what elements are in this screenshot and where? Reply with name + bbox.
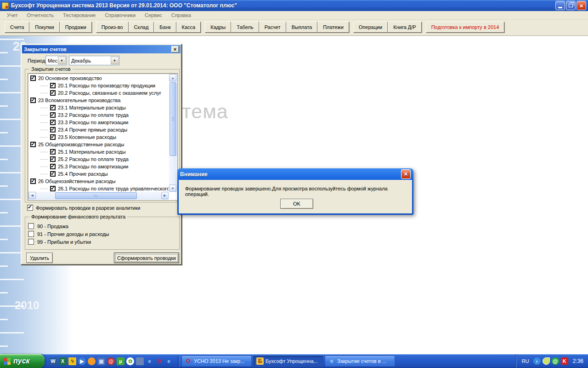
tree-checkbox-25-2[interactable] xyxy=(50,156,56,162)
language-indicator[interactable]: RU xyxy=(522,358,529,364)
tree-item-23-2[interactable]: 23.2 Расходы по оплате труда xyxy=(29,111,169,119)
tree-checkbox-26-1[interactable] xyxy=(50,186,56,191)
toolbar-button-bank[interactable]: Банк xyxy=(154,22,176,33)
tree-item-23-1[interactable]: 23.1 Материальные расходы xyxy=(29,104,169,111)
tree-checkbox-25[interactable] xyxy=(30,142,36,147)
menu-item-uchet[interactable]: Учет xyxy=(3,12,22,19)
tree-item-20[interactable]: 20 Основное производство xyxy=(29,75,169,82)
toolbar-button-kassa[interactable]: Касса xyxy=(176,22,201,33)
menu-item-spravochniki[interactable]: Справочники xyxy=(101,12,140,19)
toolbar-button-operacii[interactable]: Операции xyxy=(353,22,388,33)
toolbar-button-import-2014[interactable]: Подготовка к импорту в 2014 xyxy=(426,22,505,33)
tree-item-23-4[interactable]: 23.4 Прочие прямые расходы xyxy=(29,126,169,133)
media-player-icon[interactable]: ▶ xyxy=(78,357,86,365)
period-type-combo[interactable]: Мес ▼ xyxy=(45,56,67,65)
tree-item-20-1[interactable]: 20.1 Расходы по производству продукции xyxy=(29,82,169,89)
toolbar-button-vyplata[interactable]: Выплата xyxy=(286,22,318,33)
agent-ball-icon[interactable] xyxy=(88,357,96,365)
tree-item-26-1[interactable]: 26.1 Расходы по оплате труда управленчес… xyxy=(29,185,169,192)
show-desktop-icon[interactable] xyxy=(136,357,144,365)
mailru-icon[interactable]: @ xyxy=(107,357,115,365)
delete-button[interactable]: Удалить xyxy=(26,253,53,263)
menu-item-otchetnost[interactable]: Отчетность xyxy=(23,12,58,19)
display-icon[interactable]: ▣ xyxy=(97,357,105,365)
scroll-left-icon[interactable]: ◀ xyxy=(28,192,36,199)
leaf-icon[interactable] xyxy=(543,357,550,365)
tree-checkbox-20-1[interactable] xyxy=(50,83,56,88)
tree-checkbox-23[interactable] xyxy=(30,98,36,103)
tree-item-23-5[interactable]: 23.5 Косвенные расходы xyxy=(29,133,169,141)
analytics-checkbox[interactable] xyxy=(27,205,33,211)
combo-arrow-icon[interactable]: ▼ xyxy=(58,57,66,64)
toolbar-button-tabel[interactable]: Табель xyxy=(231,22,259,33)
menu-item-spravka[interactable]: Справка xyxy=(167,12,195,19)
toolbar-button-kniga-dr[interactable]: Книга Д/Р xyxy=(388,22,421,33)
task-buhsoft[interactable]: ББухсофт Упрощенна... xyxy=(253,356,323,367)
clock[interactable]: 2:36 xyxy=(573,358,583,364)
close-button[interactable]: × xyxy=(577,1,586,10)
tree-item-25-3[interactable]: 25.3 Расходы по амортизации xyxy=(29,163,169,170)
tree-horizontal-scrollbar[interactable]: ◀ ▶ xyxy=(28,192,169,200)
hscroll-thumb[interactable] xyxy=(55,192,137,199)
dialog-close-button[interactable]: × xyxy=(171,46,179,52)
month-combo[interactable]: Декабрь ▼ xyxy=(69,56,119,65)
vscroll-thumb[interactable] xyxy=(170,82,176,156)
tree-item-23-3[interactable]: 23.3 Расходы по амортизации xyxy=(29,119,169,126)
tree-checkbox-20[interactable] xyxy=(30,75,36,81)
toolbar-button-kadry[interactable]: Кадры xyxy=(205,22,231,33)
ie2-icon[interactable]: e xyxy=(165,357,173,365)
toolbar-button-scheta[interactable]: Счета xyxy=(5,22,29,33)
combo-arrow-icon[interactable]: ▼ xyxy=(111,57,119,64)
finresult-checkbox-91[interactable] xyxy=(28,231,34,237)
tree-item-20-2[interactable]: 20.2 Расходы, связанные с оказанием услу… xyxy=(29,89,169,97)
finresult-checkbox-90[interactable] xyxy=(28,223,34,229)
utorrent-icon[interactable]: µ xyxy=(117,357,124,365)
task-closing-accounts[interactable]: eЗакрытие счетов в ... xyxy=(325,356,395,367)
tree-checkbox-23-3[interactable] xyxy=(50,120,56,125)
tree-checkbox-23-1[interactable] xyxy=(50,105,56,110)
winamp-icon[interactable]: ϟ xyxy=(68,357,76,365)
tree-checkbox-23-2[interactable] xyxy=(50,112,56,118)
restore-button[interactable] xyxy=(566,1,576,10)
tree-checkbox-25-3[interactable] xyxy=(50,164,56,169)
ie-icon[interactable]: e xyxy=(146,357,153,365)
finresult-item-91[interactable]: 91 - Прочие доходы и расходы xyxy=(28,231,109,237)
toolbar-button-raschet[interactable]: Расчет xyxy=(259,22,286,33)
opera-icon[interactable]: O xyxy=(155,357,163,365)
mail-agent-icon[interactable]: @ xyxy=(552,357,559,365)
tree-vertical-scrollbar[interactable]: ▲ ▼ xyxy=(169,74,177,192)
analytics-checkbox-row[interactable]: Формировать проводки в разрезе аналитики xyxy=(27,205,140,211)
menu-item-testirovanie[interactable]: Тестирование xyxy=(59,12,100,19)
tree-item-26[interactable]: 26 Общехозяйственные расходы xyxy=(29,178,169,185)
finresult-checkbox-99[interactable] xyxy=(28,239,34,245)
scroll-down-icon[interactable]: ▼ xyxy=(169,184,176,192)
minimize-button[interactable] xyxy=(555,1,565,10)
hide-icons-chevron[interactable]: ‹ xyxy=(533,357,541,365)
tree-checkbox-20-2[interactable] xyxy=(50,90,56,96)
toolbar-button-prodazhi[interactable]: Продажи xyxy=(60,22,92,33)
start-button[interactable]: пуск xyxy=(0,354,45,368)
tree-item-25[interactable]: 25 Общепроизводственные расходы xyxy=(29,141,169,148)
tree-item-25-1[interactable]: 25.1 Материальные расходы xyxy=(29,148,169,155)
excel-icon[interactable]: X xyxy=(59,357,67,365)
task-usno-2013[interactable]: OУСНО 2013 Не закр... xyxy=(181,356,252,367)
form-postings-button[interactable]: Сформировать проводки xyxy=(114,253,179,263)
toolbar-button-proizvodstvo[interactable]: Произ-во xyxy=(96,22,129,33)
kaspersky-icon[interactable]: K xyxy=(561,357,568,365)
finresult-item-99[interactable]: 99 - Прибыли и убытки xyxy=(28,239,91,245)
toolbar-button-sklad[interactable]: Склад xyxy=(129,22,154,33)
toolbar-button-pokupki[interactable]: Покупки xyxy=(29,22,59,33)
scroll-up-icon[interactable]: ▲ xyxy=(169,74,176,81)
menu-item-servis[interactable]: Сервис xyxy=(141,12,166,19)
tree-checkbox-26[interactable] xyxy=(30,178,36,184)
tree-checkbox-23-4[interactable] xyxy=(50,127,56,132)
icq-icon[interactable]: ✿ xyxy=(126,357,134,365)
tree-checkbox-23-5[interactable] xyxy=(50,134,56,140)
tree-item-25-4[interactable]: 25.4 Прочие расходы xyxy=(29,170,169,178)
ok-button[interactable]: OK xyxy=(280,199,313,209)
toolbar-button-platezhi[interactable]: Платежи xyxy=(317,22,349,33)
tree-item-23[interactable]: 23 Вспомогательные производства xyxy=(29,97,169,104)
tree-checkbox-25-4[interactable] xyxy=(50,171,56,177)
tree-checkbox-25-1[interactable] xyxy=(50,149,56,155)
tree-item-25-2[interactable]: 25.2 Расходы по оплате труда xyxy=(29,155,169,163)
